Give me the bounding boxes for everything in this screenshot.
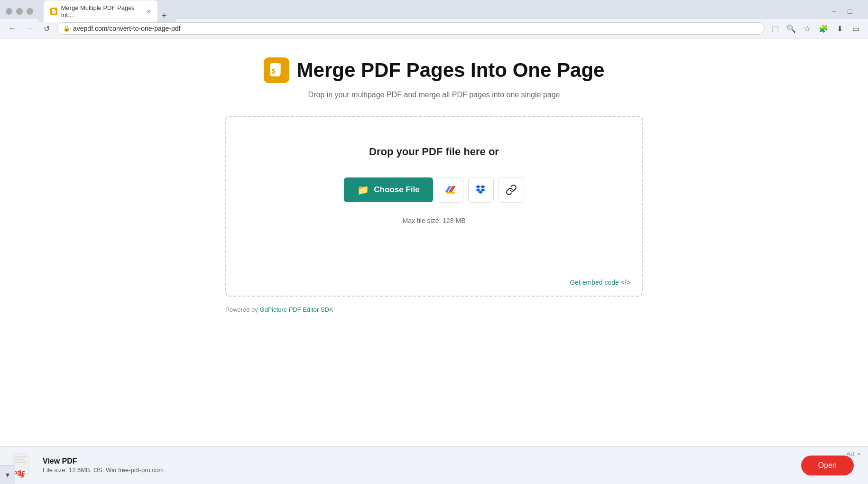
tab-favicon: 📄 <box>50 8 57 15</box>
profile-btn[interactable]: ▭ <box>849 22 862 35</box>
app-logo: $ <box>264 57 289 83</box>
page-title: Merge PDF Pages Into One Page <box>297 59 605 82</box>
extensions-btn[interactable]: 🧩 <box>817 22 830 35</box>
ad-open-btn[interactable]: Open <box>801 456 854 475</box>
drop-zone[interactable]: Drop your PDF file here or 📁 Choose File <box>225 116 643 297</box>
ad-close-btn[interactable]: × <box>857 450 860 457</box>
page-subtitle: Drop in your multipage PDF and merge all… <box>225 91 643 99</box>
navigation-bar: ← → ↺ 🔒 avepdf.com/convert-to-one-page-p… <box>0 19 868 38</box>
browser-chrome: − □ × 📄 Merge Multiple PDF Pages Int... … <box>0 0 868 38</box>
screencast-btn[interactable]: ⬚ <box>768 22 782 35</box>
folder-icon: 📁 <box>357 184 369 195</box>
back-btn[interactable]: ← <box>6 22 19 35</box>
tab-title: Merge Multiple PDF Pages Int... <box>61 4 140 19</box>
maximize-btn[interactable]: □ <box>16 8 23 15</box>
choose-file-btn[interactable]: 📁 Choose File <box>344 177 433 202</box>
nav-actions: ⬚ 🔍 ☆ 🧩 ⬇ ▭ <box>768 22 862 35</box>
tab-close-btn[interactable]: × <box>147 8 151 15</box>
title-bar: − □ × 📄 Merge Multiple PDF Pages Int... … <box>0 0 868 19</box>
zoom-btn[interactable]: 🔍 <box>785 22 798 35</box>
ad-bar: Ad × PDF View PDF File size: 12.6MB. OS:… <box>0 446 868 484</box>
minimize-window-btn[interactable]: − <box>827 5 840 18</box>
main-content: $ Merge PDF Pages Into One Page Drop in … <box>216 38 652 323</box>
upload-actions: 📁 Choose File <box>245 177 623 203</box>
ad-info-btn[interactable]: Ad <box>847 450 854 457</box>
new-tab-btn[interactable]: + <box>157 10 171 21</box>
url-text: avepdf.com/convert-to-one-page-pdf <box>73 25 758 32</box>
address-bar[interactable]: 🔒 avepdf.com/convert-to-one-page-pdf <box>57 22 765 35</box>
drop-text: Drop your PDF file here or <box>245 146 623 158</box>
svg-text:$: $ <box>272 67 276 75</box>
ad-title: View PDF <box>43 457 164 465</box>
svg-rect-7 <box>14 461 26 463</box>
security-icon: 🔒 <box>63 25 70 32</box>
close-btn[interactable]: × <box>27 8 33 15</box>
embed-code-link[interactable]: Get embed code </> <box>570 279 630 286</box>
ad-text-section: View PDF File size: 12.6MB. OS: Win free… <box>43 457 164 474</box>
max-file-size: Max file size: 128 MB <box>245 217 623 224</box>
ad-subtitle: File size: 12.6MB. OS: Win free-pdf-pro.… <box>43 466 164 474</box>
chevron-down-icon: ▼ <box>4 471 11 479</box>
dropbox-btn[interactable] <box>468 177 494 203</box>
choose-file-label: Choose File <box>374 185 419 195</box>
embed-code-label: Get embed code <box>570 279 619 286</box>
url-btn[interactable] <box>499 177 524 203</box>
forward-btn[interactable]: → <box>23 22 36 35</box>
powered-by: Powered by GdPicture PDF Editor SDK <box>225 306 643 313</box>
powered-by-prefix: Powered by <box>225 306 259 313</box>
powered-by-link[interactable]: GdPicture PDF Editor SDK <box>259 306 333 313</box>
bookmark-btn[interactable]: ☆ <box>801 22 814 35</box>
download-btn[interactable]: ⬇ <box>833 22 846 35</box>
refresh-btn[interactable]: ↺ <box>40 22 53 35</box>
minimize-btn[interactable]: − <box>6 8 12 15</box>
svg-rect-6 <box>14 459 25 460</box>
tab-bar: 📄 Merge Multiple PDF Pages Int... × + <box>38 0 176 22</box>
expand-sidebar-btn[interactable]: ▼ <box>0 465 15 484</box>
google-drive-btn[interactable] <box>438 177 463 203</box>
svg-rect-5 <box>14 456 27 457</box>
embed-code-icon: </> <box>621 279 630 286</box>
ad-controls: Ad × <box>847 450 861 457</box>
page-header: $ Merge PDF Pages Into One Page <box>225 57 643 83</box>
maximize-window-btn[interactable]: □ <box>843 5 857 18</box>
active-tab[interactable]: 📄 Merge Multiple PDF Pages Int... × <box>44 0 157 22</box>
page-content: $ Merge PDF Pages Into One Page Drop in … <box>0 38 868 480</box>
window-controls: − □ × <box>6 8 33 15</box>
